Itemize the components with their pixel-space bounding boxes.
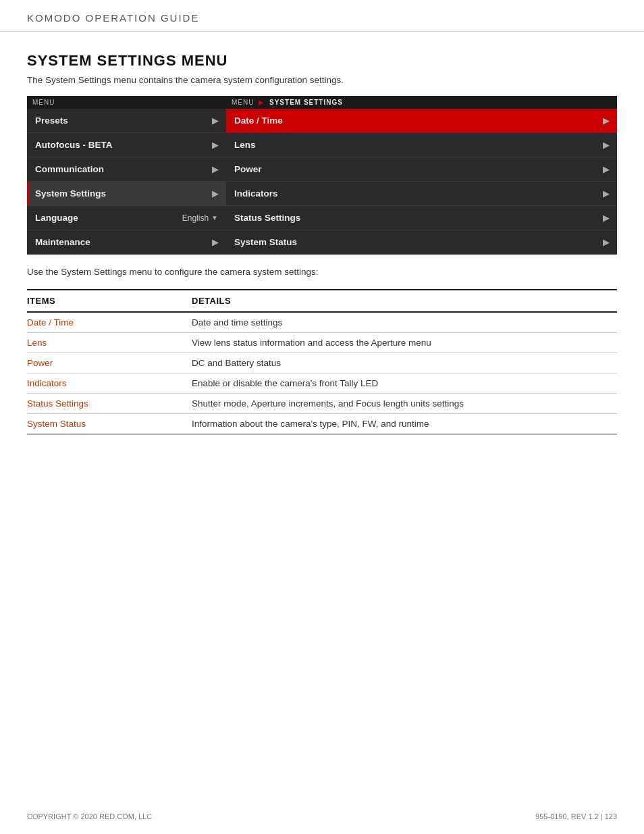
menu-item-label: Maintenance — [35, 237, 90, 247]
arrow-icon: ▶ — [603, 116, 609, 126]
table-cell-detail: Shutter mode, Aperture increments, and F… — [192, 394, 617, 414]
system-settings-panel: MENU ▶ SYSTEM SETTINGS Date / Time ▶ Len… — [226, 96, 617, 255]
menu-item-label: Autofocus - BETA — [35, 140, 113, 150]
table-cell-item: Lens — [27, 333, 192, 353]
system-item-label: Date / Time — [234, 115, 283, 126]
table-cell-item: Indicators — [27, 373, 192, 394]
menu-item-maintenance[interactable]: Maintenance ▶ — [27, 230, 226, 255]
system-item-label: System Status — [234, 237, 297, 247]
system-item-label: Lens — [234, 140, 256, 150]
document-title: KOMODO OPERATION GUIDE — [27, 12, 199, 24]
system-item-datetime[interactable]: Date / Time ▶ — [226, 109, 617, 133]
table-row: Date / TimeDate and time settings — [27, 312, 617, 333]
col-header-items: ITEMS — [27, 290, 192, 312]
main-content: SYSTEM SETTINGS MENU The System Settings… — [0, 32, 644, 462]
arrow-icon: ▶ — [603, 189, 609, 199]
menu-item-system-settings[interactable]: System Settings ▶ — [27, 182, 226, 206]
menu-ui: MENU Presets ▶ Autofocus - BETA ▶ Commun… — [27, 96, 617, 255]
arrow-icon: ▶ — [603, 140, 609, 150]
arrow-icon: ▶ — [212, 116, 218, 126]
page-footer: COPYRIGHT © 2020 RED.COM, LLC 955-0190, … — [0, 812, 644, 820]
language-text: English — [182, 213, 209, 223]
col-header-details: DETAILS — [192, 290, 617, 312]
arrow-icon: ▶ — [603, 165, 609, 174]
arrow-icon: ▶ — [212, 238, 218, 247]
system-item-lens[interactable]: Lens ▶ — [226, 133, 617, 157]
menu-item-communication[interactable]: Communication ▶ — [27, 157, 226, 182]
table-row: System StatusInformation about the camer… — [27, 414, 617, 435]
system-item-label: Status Settings — [234, 213, 300, 223]
menu-item-language[interactable]: Language English ▼ — [27, 206, 226, 230]
table-cell-item: Date / Time — [27, 312, 192, 333]
menu-item-label: System Settings — [35, 188, 106, 199]
menu-item-presets[interactable]: Presets ▶ — [27, 109, 226, 133]
table-row: LensView lens status information and acc… — [27, 333, 617, 353]
page-header: KOMODO OPERATION GUIDE — [0, 0, 644, 32]
section-intro: The System Settings menu contains the ca… — [27, 75, 617, 85]
details-table: ITEMS DETAILS Date / TimeDate and time s… — [27, 289, 617, 435]
table-cell-item: System Status — [27, 414, 192, 435]
arrow-icon: ▶ — [212, 189, 218, 199]
menu-item-label: Language — [35, 213, 78, 223]
footer-left: COPYRIGHT © 2020 RED.COM, LLC — [27, 812, 152, 820]
table-cell-detail: Information about the camera's type, PIN… — [192, 414, 617, 435]
menu-panel-header: MENU — [27, 96, 226, 109]
table-row: Status SettingsShutter mode, Aperture in… — [27, 394, 617, 414]
breadcrumb-sep: ▶ — [259, 99, 267, 106]
arrow-icon: ▶ — [603, 238, 609, 247]
menu-panel: MENU Presets ▶ Autofocus - BETA ▶ Commun… — [27, 96, 226, 255]
system-panel-header: MENU ▶ SYSTEM SETTINGS — [226, 96, 617, 109]
system-item-system-status[interactable]: System Status ▶ — [226, 230, 617, 255]
breadcrumb-menu: MENU — [232, 99, 254, 106]
table-row: PowerDC and Battery status — [27, 353, 617, 373]
system-item-label: Power — [234, 164, 262, 174]
section-title: SYSTEM SETTINGS MENU — [27, 52, 617, 70]
table-cell-detail: Date and time settings — [192, 312, 617, 333]
system-item-power[interactable]: Power ▶ — [226, 157, 617, 182]
footer-right: 955-0190, REV 1.2 | 123 — [535, 812, 617, 820]
language-value[interactable]: English ▼ — [182, 213, 218, 223]
table-cell-detail: DC and Battery status — [192, 353, 617, 373]
system-item-label: Indicators — [234, 188, 278, 199]
table-cell-detail: Enable or disable the camera's front Tal… — [192, 373, 617, 394]
dropdown-arrow-icon: ▼ — [211, 214, 218, 221]
table-row: IndicatorsEnable or disable the camera's… — [27, 373, 617, 394]
menu-item-label: Presets — [35, 115, 68, 126]
menu-item-label: Communication — [35, 164, 104, 174]
table-cell-item: Status Settings — [27, 394, 192, 414]
table-cell-detail: View lens status information and access … — [192, 333, 617, 353]
arrow-icon: ▶ — [212, 165, 218, 174]
breadcrumb-current: SYSTEM SETTINGS — [269, 99, 343, 106]
system-item-status-settings[interactable]: Status Settings ▶ — [226, 206, 617, 230]
arrow-icon: ▶ — [603, 213, 609, 223]
system-item-indicators[interactable]: Indicators ▶ — [226, 182, 617, 206]
table-cell-item: Power — [27, 353, 192, 373]
menu-item-autofocus[interactable]: Autofocus - BETA ▶ — [27, 133, 226, 157]
arrow-icon: ▶ — [212, 140, 218, 150]
use-description: Use the System Settings menu to configur… — [27, 267, 617, 277]
